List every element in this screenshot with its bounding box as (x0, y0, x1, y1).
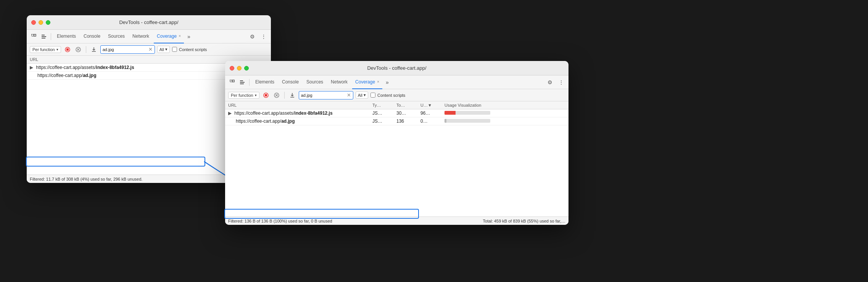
row-expand-icon-1a: ▶ (30, 65, 33, 70)
svg-rect-4 (42, 38, 45, 38)
per-function-button-2[interactable]: Per function ▾ (228, 92, 259, 99)
search-wrapper-1: ✕ (100, 45, 155, 54)
all-select-arrow-2: ▾ (364, 93, 366, 98)
search-clear-2[interactable]: ✕ (347, 92, 351, 98)
minimize-button-2[interactable] (237, 66, 242, 70)
tab-console-2[interactable]: Console (279, 75, 302, 89)
stop-recording-1[interactable] (63, 45, 72, 54)
content-scripts-checkbox-2[interactable] (370, 93, 375, 98)
all-select-2[interactable]: All ▾ (356, 91, 368, 99)
svg-rect-16 (240, 82, 245, 83)
tab-sources-2[interactable]: Sources (303, 75, 326, 89)
coverage-table-area-2: URL Ty… To… U…▼ Usage Visualization ▶ ht… (225, 101, 568, 216)
url-cell-2a: ▶ https://coffee-cart.app/assets/index-8… (225, 109, 369, 117)
svg-rect-19 (265, 94, 267, 96)
minimize-button-1[interactable] (39, 20, 43, 25)
usage-bar-2b (444, 119, 490, 123)
usage-cell-2b (441, 117, 568, 125)
coverage-toolbar-1: Per function ▾ (27, 43, 271, 56)
unused-cell-2a: 96… (417, 109, 441, 117)
main-toolbar-1: Elements Console Sources Network Coverag… (27, 30, 271, 43)
unused-cell-2b: 0… (417, 117, 441, 125)
inspector-icon-1[interactable] (40, 32, 48, 41)
inspector-icon-2[interactable] (238, 78, 246, 87)
col-type-header-2: Ty… (369, 101, 393, 109)
coverage-toolbar-sep-2 (284, 92, 285, 99)
title-bar-2: DevTools - coffee-cart.app/ (225, 61, 568, 75)
search-input-1[interactable] (103, 47, 148, 52)
tab-elements-2[interactable]: Elements (252, 75, 277, 89)
svg-rect-3 (42, 36, 46, 37)
content-scripts-checkbox-1[interactable] (172, 47, 177, 52)
cursor-icon-1[interactable] (30, 32, 38, 41)
svg-rect-14 (232, 80, 234, 82)
type-cell-2b: JS… (369, 117, 393, 125)
close-tab-coverage-2[interactable]: × (377, 80, 379, 84)
table-row[interactable]: https://coffee-cart.app/ad.jpg JS… 136 0… (225, 117, 568, 125)
gear-icon-1[interactable]: ⚙ (248, 32, 256, 41)
search-wrapper-2: ✕ (299, 91, 353, 99)
svg-rect-1 (34, 34, 36, 36)
per-function-arrow-2: ▾ (255, 93, 257, 97)
col-url-header-2: URL (225, 101, 369, 109)
tab-sources-1[interactable]: Sources (105, 30, 128, 43)
maximize-button-2[interactable] (244, 66, 249, 70)
svg-rect-13 (230, 80, 232, 82)
svg-rect-0 (32, 34, 34, 36)
tab-coverage-1[interactable]: Coverage × (154, 30, 184, 43)
clear-coverage-2[interactable] (272, 91, 281, 99)
export-coverage-2[interactable] (288, 91, 296, 99)
url-cell-2b: https://coffee-cart.app/ad.jpg (225, 117, 369, 125)
usage-bar-2a (444, 111, 490, 115)
total-cell-2b: 136 (393, 117, 417, 125)
toolbar-separator-2a (249, 79, 250, 86)
tab-elements-1[interactable]: Elements (54, 30, 79, 43)
more-tabs-1[interactable]: » (185, 34, 192, 40)
gear-icon-2[interactable]: ⚙ (546, 78, 554, 87)
status-filtered-text-2: Filtered: 136 B of 136 B (100%) used so … (228, 219, 332, 223)
content-scripts-label-1[interactable]: Content scripts (172, 47, 207, 52)
more-tabs-2[interactable]: » (384, 79, 391, 85)
tab-network-1[interactable]: Network (129, 30, 152, 43)
toolbar-right-2: ⚙ ⋮ (546, 78, 565, 87)
all-select-arrow-1: ▾ (165, 47, 167, 52)
status-text-1: Filtered: 11.7 kB of 308 kB (4%) used so… (30, 177, 142, 181)
per-function-button-1[interactable]: Per function ▾ (30, 46, 61, 53)
maximize-button-1[interactable] (46, 20, 50, 25)
toolbar-separator-1a (51, 33, 51, 40)
col-usage-header-2: Usage Visualization (441, 101, 568, 109)
svg-rect-6 (66, 48, 69, 51)
total-cell-2a: 30… (393, 109, 417, 117)
svg-rect-15 (240, 80, 243, 81)
content-scripts-label-2[interactable]: Content scripts (370, 93, 405, 98)
window-title-1: DevTools - coffee-cart.app/ (119, 19, 178, 25)
usage-cell-2a (441, 109, 568, 117)
clear-coverage-1[interactable] (74, 45, 82, 54)
all-select-1[interactable]: All ▾ (157, 46, 170, 53)
row-expand-icon-2a: ▶ (228, 111, 232, 116)
tab-console-1[interactable]: Console (81, 30, 103, 43)
cursor-icon-2[interactable] (228, 78, 237, 87)
close-tab-coverage-1[interactable]: × (179, 34, 181, 38)
search-input-2[interactable] (301, 93, 347, 98)
traffic-lights-2 (230, 66, 249, 70)
col-unused-header-2: U…▼ (417, 101, 441, 109)
type-cell-2a: JS… (369, 109, 393, 117)
stop-recording-2[interactable] (262, 91, 270, 99)
tab-network-2[interactable]: Network (328, 75, 351, 89)
status-bar-2: Filtered: 136 B of 136 B (100%) used so … (225, 216, 568, 225)
window-title-2: DevTools - coffee-cart.app/ (367, 65, 426, 71)
main-toolbar-2: Elements Console Sources Network Coverag… (225, 75, 568, 89)
close-button-2[interactable] (230, 66, 234, 70)
table-row[interactable]: ▶ https://coffee-cart.app/assets/index-8… (225, 109, 568, 117)
traffic-lights-1 (31, 20, 50, 25)
more-icon-1[interactable]: ⋮ (259, 32, 268, 41)
svg-rect-17 (240, 83, 244, 84)
tab-coverage-2[interactable]: Coverage × (352, 75, 382, 89)
more-icon-2[interactable]: ⋮ (557, 78, 565, 87)
close-button-1[interactable] (31, 20, 36, 25)
title-bar-1: DevTools - coffee-cart.app/ (27, 15, 271, 30)
search-clear-1[interactable]: ✕ (148, 46, 153, 52)
export-coverage-1[interactable] (90, 45, 98, 54)
coverage-toolbar-sep-1 (86, 46, 86, 53)
